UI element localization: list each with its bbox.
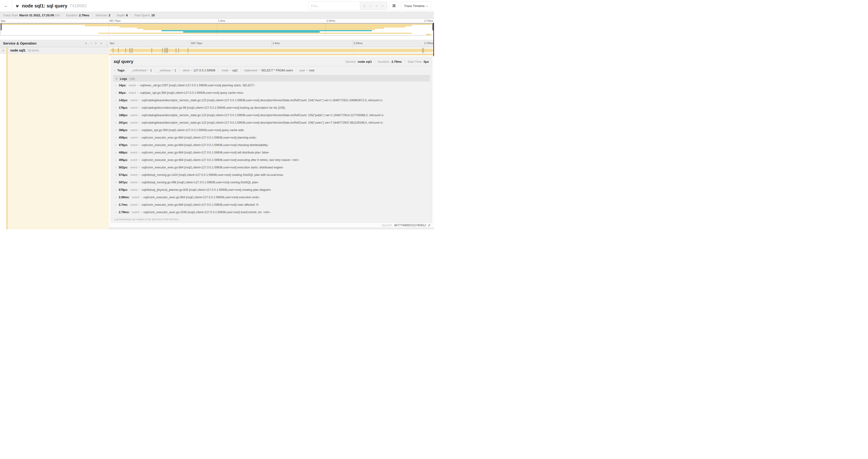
log-field-value: ‹sql/conn_executor_exec.go:684 [nsql1,cl… — [142, 143, 268, 147]
span-row-track[interactable] — [109, 47, 434, 54]
equals-sign: = — [140, 196, 142, 199]
equals-sign: = — [138, 114, 140, 117]
expand-all-icon[interactable]: » — [100, 41, 102, 45]
focus-match-icon[interactable]: ◎ — [362, 4, 368, 8]
detail-sidebar-fill — [0, 54, 109, 230]
log-entry[interactable]: ›201μs:event=‹sql/catalog/lease/descript… — [113, 119, 430, 126]
equals-sign: = — [148, 69, 149, 72]
trace-summary-bar: Trace StartMarch 31 2022, 17:25:09.326Du… — [0, 12, 434, 19]
log-entry[interactable]: ›2.79ms:event=‹sql/conn_executor_exec.go… — [113, 208, 430, 216]
log-entry[interactable]: ›597μs:event=‹sql/distsql_running.go:498… — [113, 179, 430, 186]
service-name: node sql1 — [10, 48, 25, 52]
tag-item[interactable]: _unfinished=1 — [128, 68, 155, 72]
span-info-item: Start Time:0μs — [405, 60, 429, 63]
collapse-trace-chevron-icon[interactable]: ∨ — [15, 3, 19, 8]
info-label: Service: — [345, 60, 356, 63]
log-timestamp: 495μs: — [119, 158, 128, 162]
keyboard-shortcuts-button[interactable]: ⌘ — [390, 1, 399, 10]
log-marker-tick — [118, 48, 119, 53]
timeline-column-headers: Service & Operation ∨ › » » ∥ 0μs697.75μ… — [0, 40, 434, 47]
log-entry[interactable]: ›189μs:event=‹sql/catalog/lease/descript… — [113, 111, 430, 119]
log-entry[interactable]: ›495μs:event=‹sql/conn_executor_exec.go:… — [113, 156, 430, 164]
tag-item[interactable]: node=sql1 — [218, 68, 241, 72]
log-field-value: ‹sql/catalog/descs/descriptor.go:98 [nsq… — [142, 106, 286, 109]
trace-id: 7418682 — [69, 3, 87, 8]
trace-timeline-page: ← ∨ node sql1: sql query 7418682 ◎ ∧ ∨ ✕… — [0, 0, 434, 230]
log-field-value: ‹sql/distsql_running.go:1420 [nsql1,clie… — [142, 173, 283, 176]
log-timestamp: 486μs: — [119, 151, 128, 154]
timeline-ticks-header: 0μs697.75μs1.4ms2.09ms2.79ms — [109, 40, 434, 47]
log-entry[interactable]: ›142μs:event=‹sql/catalog/lease/descript… — [113, 97, 430, 104]
chevron-right-icon: › — [116, 173, 117, 176]
equals-sign: = — [137, 91, 138, 94]
span-info-item: Duration:2.79ms — [375, 60, 405, 63]
span-duration-bar[interactable] — [110, 49, 433, 52]
find-tools: ◎ ∧ ∨ ✕ — [360, 2, 387, 10]
log-entry[interactable]: ›176μs:event=‹sql/catalog/descs/descript… — [113, 104, 430, 111]
tag-item[interactable]: user=root — [296, 68, 317, 72]
meta-label: Services — [96, 13, 107, 17]
log-entry[interactable]: ›366μs:event=‹sql/plan_opt.go:358 [nsql1… — [113, 126, 430, 134]
equals-sign: = — [229, 69, 231, 72]
page-title: node sql1: sql query — [22, 3, 67, 9]
span-operation-title: sql query — [114, 59, 133, 64]
back-button[interactable]: ← — [0, 0, 12, 12]
tag-item[interactable]: _verbose=1 — [155, 68, 179, 72]
tags-section[interactable]: › Tags: _unfinished=1_verbose=1client=12… — [113, 67, 430, 73]
log-timestamp: 189μs: — [119, 113, 128, 117]
span-detail-card: sql query Service:node sql1Duration:2.79… — [111, 57, 432, 223]
log-marker-tick — [166, 48, 167, 53]
top-bar: ← ∨ node sql1: sql query 7418682 ◎ ∧ ∨ ✕… — [0, 0, 434, 12]
log-field-name: event — [132, 210, 139, 214]
tag-item[interactable]: client=127.0.0.1:59936 — [179, 68, 218, 72]
clear-search-icon[interactable]: ✕ — [380, 4, 386, 8]
trace-view-selector[interactable]: Trace Timeline ∨ — [401, 1, 431, 10]
log-field-name: event — [130, 143, 138, 147]
collapse-one-icon[interactable]: ∨ — [85, 41, 87, 45]
minimap-span-bar — [426, 34, 431, 35]
equals-sign: = — [138, 159, 140, 161]
trace-meta-item: Services2 — [93, 13, 114, 17]
minimap-tick-labels: 0μs697.75μs1.4ms2.09ms2.79ms — [0, 19, 434, 23]
log-marker-tick — [129, 48, 130, 53]
log-entry[interactable]: ›486μs:event=‹sql/conn_executor_exec.go:… — [113, 149, 430, 156]
log-entry[interactable]: ›2.7ms:event=‹sql/conn_executor_exec.go:… — [113, 201, 430, 208]
log-entry[interactable]: ›678μs:event=‹sql/distsql_physical_plann… — [113, 186, 430, 194]
minimap-canvas[interactable] — [0, 23, 434, 35]
prev-match-icon[interactable]: ∧ — [368, 4, 374, 8]
next-match-icon[interactable]: ∨ — [374, 4, 380, 8]
collapse-children-chevron-icon[interactable]: ∨ — [0, 49, 6, 52]
log-entry[interactable]: ›459μs:event=‹sql/conn_executor_exec.go:… — [113, 134, 430, 141]
log-field-name: event — [132, 196, 139, 199]
log-marker-tick — [422, 48, 423, 53]
collapse-all-icon[interactable]: » — [94, 42, 98, 44]
log-entry[interactable]: ›80μs:event=‹sql/plan_opt.go:358 [nsql1,… — [113, 89, 430, 97]
chevron-right-icon: › — [116, 84, 117, 87]
tag-key: _unfinished — [131, 69, 147, 72]
log-marker-tick — [176, 48, 176, 53]
info-value: 2.79ms — [392, 60, 402, 63]
log-entry[interactable]: ›574μs:event=‹sql/distsql_running.go:142… — [113, 171, 430, 179]
tag-item[interactable]: statement=SELECT * FROM users — [241, 68, 296, 72]
view-selector-label: Trace Timeline — [404, 4, 425, 8]
log-entry[interactable]: ›2.69ms:event=‹sql/conn_executor_exec.go… — [113, 194, 430, 201]
find-input[interactable] — [308, 2, 360, 10]
log-field-value: ‹sql/conn_executor_exec.go:684 [nsql1,cl… — [143, 196, 260, 199]
log-entry[interactable]: ›502μs:event=‹sql/conn_executor_exec.go:… — [113, 164, 430, 171]
chevron-down-icon: ∨ — [426, 5, 428, 7]
meta-suffix: .326 — [54, 13, 60, 17]
expand-one-icon[interactable]: › — [91, 41, 91, 45]
log-entry[interactable]: ›34μs:event=‹sql/exec_util.go:2297 [nsql… — [113, 81, 430, 89]
tag-key: statement — [244, 69, 257, 72]
log-marker-tick — [152, 48, 152, 53]
span-id-value: 4877749850101760812 — [394, 223, 426, 227]
log-entry[interactable]: ›476μs:event=‹sql/conn_executor_exec.go:… — [113, 141, 430, 149]
log-timestamp: 2.69ms: — [119, 196, 130, 199]
service-color-strip — [6, 54, 8, 230]
logs-header[interactable]: ∨ Logs (18) — [113, 75, 430, 81]
span-bar-top-edge — [109, 54, 434, 55]
column-resize-grip[interactable]: ∥ — [107, 44, 108, 46]
deep-link-icon[interactable] — [428, 223, 431, 227]
span-row-name-cell[interactable]: ∨ node sql1 sql query — [0, 47, 109, 54]
minimap-left-scrubber[interactable] — [1, 24, 2, 30]
